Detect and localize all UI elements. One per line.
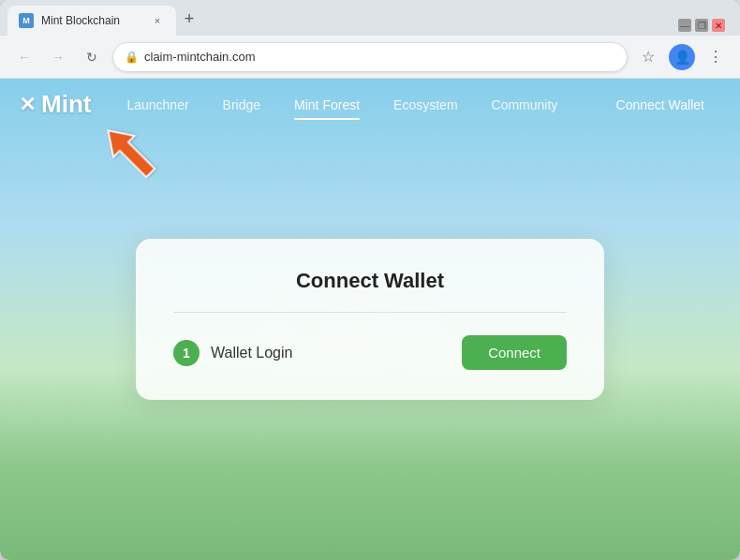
window-controls: — ❐ ✕ <box>678 19 733 36</box>
nav-item-mint-forest[interactable]: Mint Forest <box>277 90 377 120</box>
connect-button[interactable]: Connect <box>462 335 567 370</box>
logo-symbol: ✕ <box>19 93 36 117</box>
minimize-button[interactable]: — <box>678 19 691 32</box>
nav-links: Launchner Bridge Mint Forest Ecosystem C… <box>110 90 599 120</box>
nav-item-bridge[interactable]: Bridge <box>206 90 277 120</box>
main-content: Connect Wallet 1 Wallet Login Connect <box>0 79 740 560</box>
website-content: OPL ✕ Mint Launchner Bridge Mint Forest … <box>0 79 740 560</box>
refresh-button[interactable]: ↻ <box>79 44 105 70</box>
wallet-row: 1 Wallet Login Connect <box>173 335 567 370</box>
tab-bar: M Mint Blockchain × + — ❐ ✕ <box>0 0 740 36</box>
nav-connect-wallet[interactable]: Connect Wallet <box>599 90 721 120</box>
browser-window: M Mint Blockchain × + — ❐ ✕ ← → ↻ 🔒 clai… <box>0 0 740 560</box>
lock-icon: 🔒 <box>125 51 139 64</box>
site-logo[interactable]: ✕ Mint <box>19 90 91 119</box>
address-bar: ← → ↻ 🔒 claim-mintchain.com ☆ 👤 ⋮ <box>0 36 740 79</box>
nav-item-community[interactable]: Community <box>475 90 575 120</box>
address-text: claim-mintchain.com <box>144 50 615 64</box>
nav-item-launchner[interactable]: Launchner <box>110 90 205 120</box>
logo-name: Mint <box>41 90 91 119</box>
card-divider <box>173 312 567 313</box>
nav-item-ecosystem[interactable]: Ecosystem <box>377 90 474 120</box>
new-tab-button[interactable]: + <box>176 6 202 32</box>
back-button[interactable]: ← <box>11 44 37 70</box>
bookmark-icon[interactable]: ☆ <box>635 44 661 70</box>
step-badge: 1 <box>173 340 200 366</box>
more-options-button[interactable]: ⋮ <box>703 44 729 70</box>
forward-button[interactable]: → <box>45 44 71 70</box>
active-tab[interactable]: M Mint Blockchain × <box>7 6 176 36</box>
tab-title: Mint Blockchain <box>41 14 142 27</box>
tab-favicon: M <box>19 13 34 28</box>
tab-close-button[interactable]: × <box>150 13 165 28</box>
close-button[interactable]: ✕ <box>712 19 725 32</box>
card-title: Connect Wallet <box>173 269 567 293</box>
site-nav: ✕ Mint Launchner Bridge Mint Forest Ecos… <box>0 79 740 130</box>
address-input-wrapper[interactable]: 🔒 claim-mintchain.com <box>112 42 628 72</box>
wallet-label: Wallet Login <box>211 345 292 361</box>
maximize-button[interactable]: ❐ <box>695 19 708 32</box>
connect-card: Connect Wallet 1 Wallet Login Connect <box>136 239 604 400</box>
wallet-left: 1 Wallet Login <box>173 340 292 366</box>
profile-icon[interactable]: 👤 <box>669 44 695 70</box>
